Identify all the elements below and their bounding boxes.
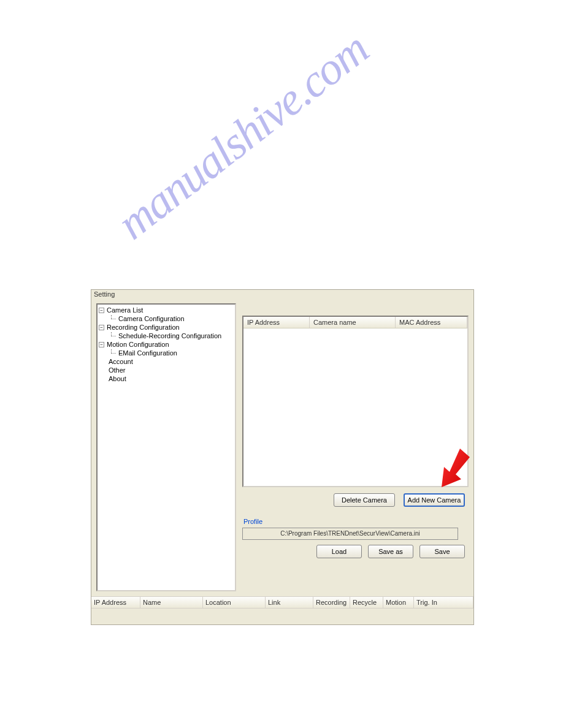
tree-item-email-config[interactable]: EMail Configuration bbox=[99, 349, 234, 357]
watermark-text: manualshive.com bbox=[107, 23, 378, 250]
profile-section: Profile C:\Program Files\TRENDnet\SecurV… bbox=[242, 518, 469, 558]
add-new-camera-button[interactable]: Add New Camera bbox=[404, 493, 465, 507]
tree-item-schedule-recording[interactable]: Schedule-Recording Configuration bbox=[99, 332, 234, 340]
tree-item-about[interactable]: About bbox=[99, 374, 234, 383]
status-table-body bbox=[91, 609, 473, 624]
settings-tree[interactable]: − Camera List Camera Configuration − Rec… bbox=[96, 303, 236, 591]
tree-item-camera-config[interactable]: Camera Configuration bbox=[99, 314, 234, 323]
save-button[interactable]: Save bbox=[419, 545, 465, 558]
main-panel: − Camera List Camera Configuration − Rec… bbox=[91, 298, 473, 596]
tree-label: Recording Configuration bbox=[107, 324, 180, 331]
camera-buttons-row: Delete Camera Add New Camera bbox=[242, 493, 469, 507]
save-as-button[interactable]: Save as bbox=[368, 545, 413, 558]
status-table: IP Address Name Location Link Recording … bbox=[91, 596, 473, 624]
status-col-link[interactable]: Link bbox=[266, 597, 313, 608]
tree-connector-icon bbox=[109, 332, 117, 339]
tree-connector-icon bbox=[109, 349, 117, 357]
col-header-mac[interactable]: MAC Address bbox=[396, 317, 467, 328]
tree-toggle-icon[interactable]: − bbox=[99, 325, 104, 330]
tree-label: Camera List bbox=[107, 306, 143, 314]
table-header: IP Address Camera name MAC Address bbox=[243, 317, 467, 328]
tree-item-motion-config[interactable]: − Motion Configuration bbox=[99, 340, 234, 349]
status-col-recording[interactable]: Recording bbox=[313, 597, 350, 608]
tree-label: Motion Configuration bbox=[107, 341, 169, 348]
status-table-header: IP Address Name Location Link Recording … bbox=[91, 597, 473, 609]
profile-label: Profile bbox=[242, 518, 469, 525]
right-panel: IP Address Camera name MAC Address Delet… bbox=[242, 303, 469, 591]
col-header-name[interactable]: Camera name bbox=[310, 317, 396, 328]
status-col-motion[interactable]: Motion bbox=[383, 597, 414, 608]
tree-toggle-icon[interactable]: − bbox=[99, 308, 104, 313]
status-col-recycle[interactable]: Recycle bbox=[350, 597, 383, 608]
profile-buttons-row: Load Save as Save bbox=[242, 545, 469, 558]
status-col-location[interactable]: Location bbox=[203, 597, 266, 608]
tree-label: Account bbox=[109, 358, 133, 365]
col-header-ip[interactable]: IP Address bbox=[243, 317, 310, 328]
tree-item-other[interactable]: Other bbox=[99, 366, 234, 374]
tree-label: EMail Configuration bbox=[118, 349, 177, 357]
delete-camera-button[interactable]: Delete Camera bbox=[334, 493, 395, 507]
tree-label: About bbox=[109, 375, 126, 382]
tree-toggle-icon[interactable]: − bbox=[99, 342, 104, 347]
tree-label: Schedule-Recording Configuration bbox=[118, 332, 221, 339]
tree-item-camera-list[interactable]: − Camera List bbox=[99, 306, 234, 314]
profile-path-display: C:\Program Files\TRENDnet\SecurView\Came… bbox=[242, 528, 458, 540]
status-col-trigin[interactable]: Trig. In bbox=[414, 597, 473, 608]
load-button[interactable]: Load bbox=[316, 545, 362, 558]
status-col-name[interactable]: Name bbox=[140, 597, 203, 608]
tree-label: Camera Configuration bbox=[118, 315, 185, 322]
tree-item-recording-config[interactable]: − Recording Configuration bbox=[99, 323, 234, 332]
tree-item-account[interactable]: Account bbox=[99, 357, 234, 366]
panel-title: Setting bbox=[91, 290, 473, 298]
tree-connector-icon bbox=[109, 315, 117, 322]
camera-list-table[interactable]: IP Address Camera name MAC Address bbox=[242, 316, 469, 487]
status-col-ip[interactable]: IP Address bbox=[91, 597, 140, 608]
settings-window: Setting − Camera List Camera Configurati… bbox=[91, 289, 474, 625]
tree-label: Other bbox=[109, 366, 126, 374]
